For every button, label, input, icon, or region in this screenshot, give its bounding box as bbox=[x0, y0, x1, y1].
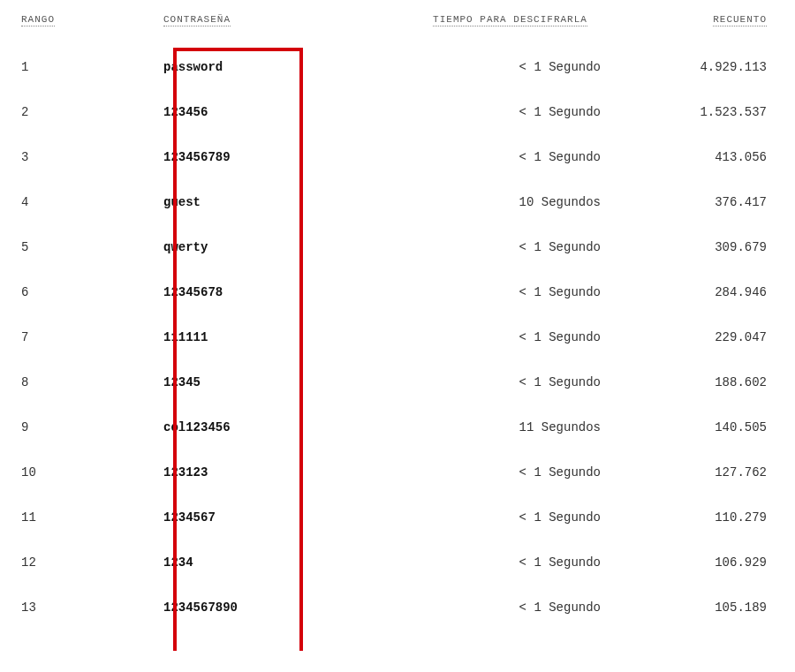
col-header-time: TIEMPO PARA DESCIFRARLA bbox=[433, 14, 587, 26]
cell-time: < 1 Segundo bbox=[411, 555, 610, 570]
cell-count: 140.505 bbox=[610, 420, 777, 434]
col-header-count-wrap: RECUENTO bbox=[610, 14, 777, 26]
table-row: 5qwerty< 1 Segundo309.679 bbox=[18, 224, 777, 269]
table-row: 812345< 1 Segundo188.602 bbox=[18, 359, 777, 404]
cell-password: qwerty bbox=[163, 240, 411, 254]
cell-time: < 1 Segundo bbox=[411, 105, 610, 119]
col-header-password: CONTRASEÑA bbox=[163, 14, 231, 26]
cell-count: 284.946 bbox=[610, 285, 777, 299]
cell-rank: 6 bbox=[18, 285, 163, 299]
password-table: RANGO CONTRASEÑA TIEMPO PARA DESCIFRARLA… bbox=[18, 7, 777, 630]
col-header-rank-wrap: RANGO bbox=[18, 14, 163, 26]
cell-time: < 1 Segundo bbox=[411, 285, 610, 299]
cell-count: 376.417 bbox=[610, 195, 777, 209]
cell-password: 123123 bbox=[163, 465, 411, 479]
table-row: 612345678< 1 Segundo284.946 bbox=[18, 269, 777, 314]
cell-count: 110.279 bbox=[610, 510, 777, 525]
table-row: 10123123< 1 Segundo127.762 bbox=[18, 449, 777, 495]
cell-time: 11 Segundos bbox=[411, 420, 610, 434]
cell-count: 413.056 bbox=[610, 150, 777, 164]
cell-rank: 10 bbox=[18, 465, 163, 479]
cell-time: < 1 Segundo bbox=[411, 150, 610, 164]
cell-rank: 11 bbox=[18, 510, 163, 525]
cell-rank: 13 bbox=[18, 600, 163, 615]
table-header-row: RANGO CONTRASEÑA TIEMPO PARA DESCIFRARLA… bbox=[18, 7, 777, 44]
cell-count: 229.047 bbox=[610, 330, 777, 344]
cell-count: 4.929.113 bbox=[610, 60, 777, 74]
cell-rank: 4 bbox=[18, 195, 163, 209]
cell-time: < 1 Segundo bbox=[411, 510, 610, 525]
cell-count: 105.189 bbox=[610, 600, 777, 615]
cell-password: password bbox=[163, 60, 411, 74]
table-row: 3123456789< 1 Segundo413.056 bbox=[18, 134, 777, 179]
cell-password: 12345678 bbox=[163, 285, 411, 299]
col-header-password-wrap: CONTRASEÑA bbox=[163, 14, 411, 26]
cell-password: 123456 bbox=[163, 105, 411, 119]
table-row: 1password< 1 Segundo4.929.113 bbox=[18, 44, 777, 89]
cell-count: 188.602 bbox=[610, 375, 777, 389]
col-header-time-wrap: TIEMPO PARA DESCIFRARLA bbox=[411, 14, 610, 26]
cell-count: 309.679 bbox=[610, 240, 777, 254]
cell-time: < 1 Segundo bbox=[411, 330, 610, 344]
cell-password: 12345 bbox=[163, 375, 411, 389]
cell-rank: 5 bbox=[18, 240, 163, 254]
cell-time: 10 Segundos bbox=[411, 195, 610, 209]
table-row: 121234< 1 Segundo106.929 bbox=[18, 540, 777, 585]
cell-password: 111111 bbox=[163, 330, 411, 344]
cell-password: guest bbox=[163, 195, 411, 209]
cell-password: 1234567890 bbox=[163, 600, 411, 615]
table-row: 131234567890< 1 Segundo105.189 bbox=[18, 585, 777, 630]
cell-rank: 12 bbox=[18, 555, 163, 570]
cell-time: < 1 Segundo bbox=[411, 375, 610, 389]
cell-time: < 1 Segundo bbox=[411, 600, 610, 615]
cell-count: 127.762 bbox=[610, 465, 777, 479]
table-row: 4guest10 Segundos376.417 bbox=[18, 179, 777, 224]
cell-password: 1234567 bbox=[163, 510, 411, 525]
table-body: 1password< 1 Segundo4.929.1132123456< 1 … bbox=[18, 44, 777, 630]
cell-rank: 7 bbox=[18, 330, 163, 344]
table-row: 111234567< 1 Segundo110.279 bbox=[18, 495, 777, 540]
table-row: 7111111< 1 Segundo229.047 bbox=[18, 314, 777, 359]
cell-password: col123456 bbox=[163, 420, 411, 434]
cell-time: < 1 Segundo bbox=[411, 465, 610, 479]
cell-password: 1234 bbox=[163, 555, 411, 570]
cell-count: 106.929 bbox=[610, 555, 777, 570]
cell-rank: 3 bbox=[18, 150, 163, 164]
cell-count: 1.523.537 bbox=[610, 105, 777, 119]
cell-rank: 1 bbox=[18, 60, 163, 74]
cell-password: 123456789 bbox=[163, 150, 411, 164]
cell-rank: 9 bbox=[18, 420, 163, 434]
table-row: 9col12345611 Segundos140.505 bbox=[18, 404, 777, 449]
cell-rank: 8 bbox=[18, 375, 163, 389]
col-header-count: RECUENTO bbox=[713, 14, 767, 26]
cell-time: < 1 Segundo bbox=[411, 60, 610, 74]
table-row: 2123456< 1 Segundo1.523.537 bbox=[18, 89, 777, 134]
cell-time: < 1 Segundo bbox=[411, 240, 610, 254]
cell-rank: 2 bbox=[18, 105, 163, 119]
col-header-rank: RANGO bbox=[21, 14, 55, 26]
